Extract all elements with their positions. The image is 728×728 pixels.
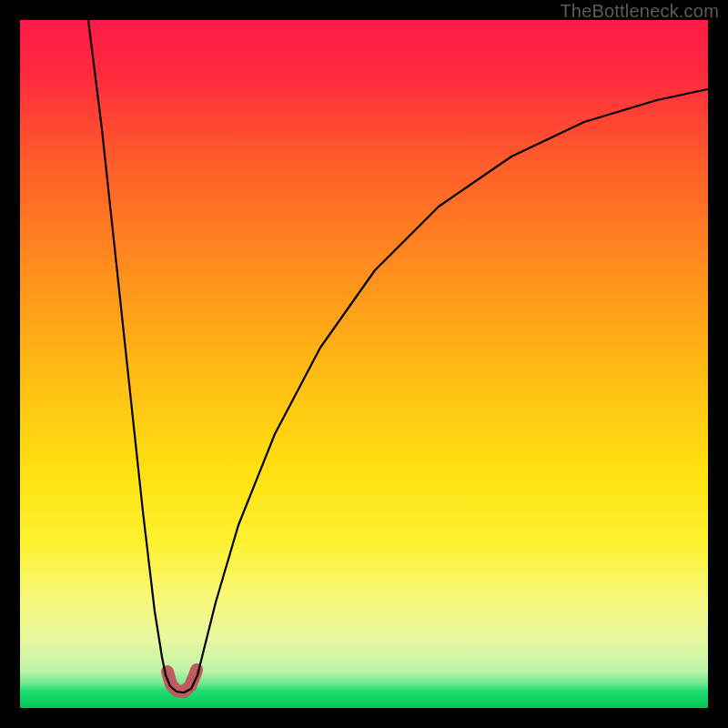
outer-frame: TheBottleneck.com bbox=[0, 0, 728, 728]
plot-area bbox=[20, 20, 708, 708]
watermark-text: TheBottleneck.com bbox=[560, 1, 719, 22]
gradient-background bbox=[20, 20, 708, 708]
